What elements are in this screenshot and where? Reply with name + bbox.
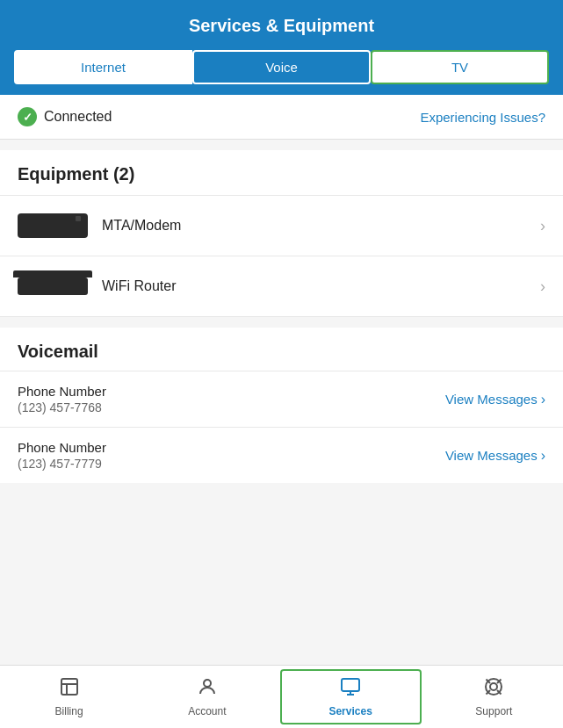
router-label: WiFi Router: [102, 278, 540, 294]
tabs-container: Internet Voice TV: [0, 50, 563, 95]
phone-frame: Services & Equipment Internet Voice TV ✓…: [0, 0, 563, 728]
voicemail-info-2: Phone Number (123) 457-7779: [18, 440, 106, 471]
tab-voice[interactable]: Voice: [192, 50, 371, 84]
svg-rect-0: [61, 679, 77, 695]
svg-rect-4: [342, 679, 359, 691]
account-icon: [197, 676, 218, 703]
view-messages-chevron-2: ›: [541, 448, 545, 464]
phone-number-2: (123) 457-7779: [18, 457, 106, 471]
nav-item-account[interactable]: Account: [138, 666, 276, 728]
billing-label: Billing: [55, 705, 83, 717]
svg-point-8: [490, 683, 497, 690]
tab-internet[interactable]: Internet: [14, 50, 192, 84]
billing-icon: [59, 676, 80, 703]
phone-label-1: Phone Number: [18, 384, 106, 399]
voicemail-item-2: Phone Number (123) 457-7779 View Message…: [0, 427, 563, 483]
view-messages-button-2[interactable]: View Messages ›: [445, 448, 545, 464]
services-label: Services: [328, 705, 372, 717]
nav-item-billing[interactable]: Billing: [0, 666, 138, 728]
modem-chevron-icon: ›: [540, 217, 545, 235]
connected-badge: ✓ Connected: [18, 107, 112, 126]
svg-point-3: [204, 680, 211, 687]
modem-icon: [18, 208, 88, 243]
voicemail-section: Voicemail Phone Number (123) 457-7768 Vi…: [0, 328, 563, 483]
tab-tv[interactable]: TV: [371, 50, 549, 84]
phone-label-2: Phone Number: [18, 440, 106, 455]
account-label: Account: [188, 705, 226, 717]
bottom-nav: Billing Account Services: [0, 665, 563, 728]
bottom-spacer: [0, 483, 563, 509]
support-icon: [483, 676, 504, 703]
experiencing-issues-link[interactable]: Experiencing Issues?: [420, 110, 545, 125]
connected-icon: ✓: [18, 107, 37, 126]
view-messages-chevron-1: ›: [541, 392, 545, 407]
equipment-item-modem[interactable]: MTA/Modem ›: [0, 196, 563, 256]
header: Services & Equipment: [0, 0, 563, 50]
router-chevron-icon: ›: [540, 278, 545, 296]
voicemail-info-1: Phone Number (123) 457-7768: [18, 384, 106, 414]
voicemail-item-1: Phone Number (123) 457-7768 View Message…: [0, 371, 563, 427]
view-messages-button-1[interactable]: View Messages ›: [445, 392, 545, 407]
modem-label: MTA/Modem: [102, 218, 540, 234]
services-icon: [340, 676, 361, 703]
nav-item-services[interactable]: Services: [280, 669, 422, 724]
nav-item-support[interactable]: Support: [425, 666, 563, 728]
equipment-section: Equipment (2) MTA/Modem › WiFi Router ›: [0, 150, 563, 317]
connected-label: Connected: [44, 109, 112, 125]
router-icon: [18, 269, 88, 304]
equipment-header: Equipment (2): [0, 150, 563, 196]
page-title: Services & Equipment: [189, 16, 374, 35]
content-area: ✓ Connected Experiencing Issues? Equipme…: [0, 95, 563, 665]
equipment-item-router[interactable]: WiFi Router ›: [0, 256, 563, 317]
support-label: Support: [475, 705, 512, 717]
status-bar: ✓ Connected Experiencing Issues?: [0, 95, 563, 140]
voicemail-header: Voicemail: [0, 328, 563, 371]
phone-number-1: (123) 457-7768: [18, 400, 106, 414]
